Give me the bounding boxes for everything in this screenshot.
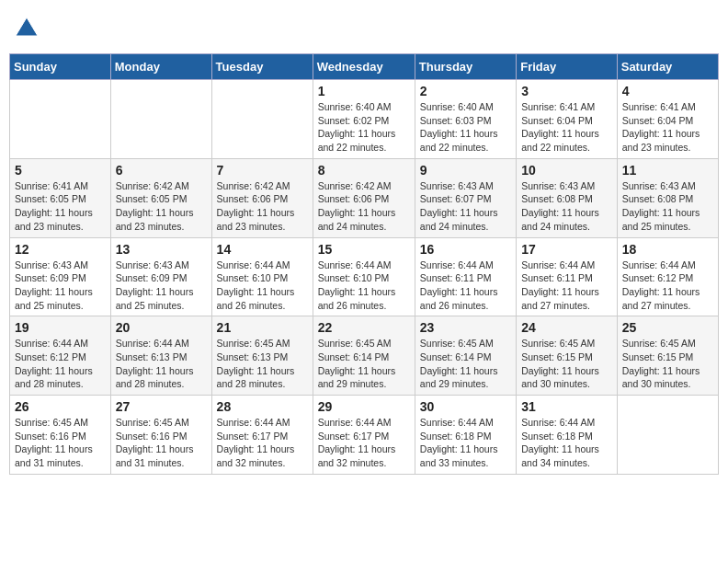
calendar-cell: 28Sunrise: 6:44 AM Sunset: 6:17 PM Dayli… — [211, 396, 313, 475]
calendar-cell: 30Sunrise: 6:44 AM Sunset: 6:18 PM Dayli… — [415, 396, 516, 475]
calendar-cell: 4Sunrise: 6:41 AM Sunset: 6:04 PM Daylig… — [617, 80, 718, 159]
calendar-cell: 20Sunrise: 6:44 AM Sunset: 6:13 PM Dayli… — [110, 316, 211, 396]
svg-marker-0 — [16, 17, 38, 36]
day-info: Sunrise: 6:44 AM Sunset: 6:13 PM Dayligh… — [116, 337, 207, 391]
day-header-saturday: Saturday — [617, 54, 718, 80]
day-info: Sunrise: 6:44 AM Sunset: 6:17 PM Dayligh… — [217, 416, 308, 470]
day-number: 21 — [217, 320, 308, 335]
day-number: 7 — [217, 163, 308, 178]
logo-icon — [14, 14, 40, 40]
calendar-cell: 8Sunrise: 6:42 AM Sunset: 6:06 PM Daylig… — [313, 158, 415, 237]
day-number: 26 — [15, 399, 106, 414]
day-number: 4 — [622, 84, 713, 98]
day-number: 15 — [318, 242, 410, 257]
day-number: 18 — [622, 242, 713, 257]
day-info: Sunrise: 6:45 AM Sunset: 6:14 PM Dayligh… — [318, 337, 410, 391]
day-info: Sunrise: 6:45 AM Sunset: 6:16 PM Dayligh… — [15, 416, 106, 470]
day-number: 14 — [217, 242, 308, 257]
day-number: 23 — [420, 320, 511, 335]
day-info: Sunrise: 6:40 AM Sunset: 6:03 PM Dayligh… — [420, 100, 511, 155]
day-info: Sunrise: 6:44 AM Sunset: 6:12 PM Dayligh… — [15, 337, 106, 391]
calendar-week-5: 26Sunrise: 6:45 AM Sunset: 6:16 PM Dayli… — [10, 396, 719, 475]
day-info: Sunrise: 6:42 AM Sunset: 6:05 PM Dayligh… — [116, 179, 207, 234]
day-info: Sunrise: 6:44 AM Sunset: 6:11 PM Dayligh… — [420, 259, 511, 313]
day-info: Sunrise: 6:43 AM Sunset: 6:08 PM Dayligh… — [622, 179, 713, 234]
day-info: Sunrise: 6:43 AM Sunset: 6:09 PM Dayligh… — [15, 259, 106, 313]
calendar-week-2: 5Sunrise: 6:41 AM Sunset: 6:05 PM Daylig… — [10, 158, 719, 237]
day-number: 3 — [521, 84, 612, 98]
calendar-cell: 15Sunrise: 6:44 AM Sunset: 6:10 PM Dayli… — [313, 237, 415, 316]
calendar-cell: 12Sunrise: 6:43 AM Sunset: 6:09 PM Dayli… — [10, 237, 111, 316]
day-number: 28 — [217, 399, 308, 414]
day-number: 12 — [15, 242, 106, 257]
calendar-cell: 22Sunrise: 6:45 AM Sunset: 6:14 PM Dayli… — [313, 316, 415, 396]
day-number: 16 — [420, 242, 511, 257]
day-number: 24 — [521, 320, 612, 335]
day-number: 2 — [420, 84, 511, 98]
calendar-week-1: 1Sunrise: 6:40 AM Sunset: 6:02 PM Daylig… — [10, 80, 719, 159]
calendar-cell: 18Sunrise: 6:44 AM Sunset: 6:12 PM Dayli… — [617, 237, 718, 316]
day-number: 9 — [420, 163, 511, 178]
day-info: Sunrise: 6:43 AM Sunset: 6:07 PM Dayligh… — [420, 179, 511, 234]
day-info: Sunrise: 6:44 AM Sunset: 6:10 PM Dayligh… — [217, 259, 308, 313]
day-info: Sunrise: 6:44 AM Sunset: 6:18 PM Dayligh… — [420, 416, 511, 470]
calendar-cell — [10, 80, 111, 159]
day-number: 19 — [15, 320, 106, 335]
logo — [14, 14, 42, 40]
day-info: Sunrise: 6:45 AM Sunset: 6:15 PM Dayligh… — [521, 337, 612, 391]
day-number: 20 — [116, 320, 207, 335]
calendar-cell: 10Sunrise: 6:43 AM Sunset: 6:08 PM Dayli… — [517, 158, 618, 237]
day-info: Sunrise: 6:43 AM Sunset: 6:09 PM Dayligh… — [116, 259, 207, 313]
day-header-monday: Monday — [110, 54, 211, 80]
calendar-cell — [617, 396, 718, 475]
day-info: Sunrise: 6:44 AM Sunset: 6:12 PM Dayligh… — [622, 259, 713, 313]
calendar-table: SundayMondayTuesdayWednesdayThursdayFrid… — [9, 53, 719, 475]
calendar-cell: 31Sunrise: 6:44 AM Sunset: 6:18 PM Dayli… — [517, 396, 618, 475]
calendar-cell: 13Sunrise: 6:43 AM Sunset: 6:09 PM Dayli… — [110, 237, 211, 316]
calendar-cell: 26Sunrise: 6:45 AM Sunset: 6:16 PM Dayli… — [10, 396, 111, 475]
day-info: Sunrise: 6:41 AM Sunset: 6:04 PM Dayligh… — [622, 100, 713, 155]
day-number: 5 — [15, 163, 106, 178]
day-info: Sunrise: 6:44 AM Sunset: 6:17 PM Dayligh… — [318, 416, 410, 470]
calendar-cell: 14Sunrise: 6:44 AM Sunset: 6:10 PM Dayli… — [211, 237, 313, 316]
calendar-cell: 24Sunrise: 6:45 AM Sunset: 6:15 PM Dayli… — [517, 316, 618, 396]
day-number: 29 — [318, 399, 410, 414]
day-info: Sunrise: 6:41 AM Sunset: 6:05 PM Dayligh… — [15, 179, 106, 234]
calendar-week-4: 19Sunrise: 6:44 AM Sunset: 6:12 PM Dayli… — [10, 316, 719, 396]
day-number: 10 — [521, 163, 612, 178]
calendar-header-row: SundayMondayTuesdayWednesdayThursdayFrid… — [10, 54, 719, 80]
day-header-thursday: Thursday — [415, 54, 516, 80]
day-number: 25 — [622, 320, 713, 335]
day-info: Sunrise: 6:42 AM Sunset: 6:06 PM Dayligh… — [318, 179, 410, 234]
day-info: Sunrise: 6:44 AM Sunset: 6:10 PM Dayligh… — [318, 259, 410, 313]
calendar-cell: 9Sunrise: 6:43 AM Sunset: 6:07 PM Daylig… — [415, 158, 516, 237]
day-info: Sunrise: 6:40 AM Sunset: 6:02 PM Dayligh… — [318, 100, 410, 155]
calendar-cell: 19Sunrise: 6:44 AM Sunset: 6:12 PM Dayli… — [10, 316, 111, 396]
day-header-wednesday: Wednesday — [313, 54, 415, 80]
calendar-cell: 16Sunrise: 6:44 AM Sunset: 6:11 PM Dayli… — [415, 237, 516, 316]
day-number: 17 — [521, 242, 612, 257]
day-number: 13 — [116, 242, 207, 257]
calendar-cell: 11Sunrise: 6:43 AM Sunset: 6:08 PM Dayli… — [617, 158, 718, 237]
calendar-cell: 27Sunrise: 6:45 AM Sunset: 6:16 PM Dayli… — [110, 396, 211, 475]
day-info: Sunrise: 6:44 AM Sunset: 6:11 PM Dayligh… — [521, 259, 612, 313]
day-number: 6 — [116, 163, 207, 178]
day-info: Sunrise: 6:45 AM Sunset: 6:15 PM Dayligh… — [622, 337, 713, 391]
day-info: Sunrise: 6:42 AM Sunset: 6:06 PM Dayligh… — [217, 179, 308, 234]
day-number: 8 — [318, 163, 410, 178]
day-number: 1 — [318, 84, 410, 98]
day-info: Sunrise: 6:45 AM Sunset: 6:14 PM Dayligh… — [420, 337, 511, 391]
day-number: 30 — [420, 399, 511, 414]
calendar-cell: 21Sunrise: 6:45 AM Sunset: 6:13 PM Dayli… — [211, 316, 313, 396]
calendar-cell: 25Sunrise: 6:45 AM Sunset: 6:15 PM Dayli… — [617, 316, 718, 396]
day-info: Sunrise: 6:44 AM Sunset: 6:18 PM Dayligh… — [521, 416, 612, 470]
day-header-sunday: Sunday — [10, 54, 111, 80]
calendar-cell — [110, 80, 211, 159]
calendar-cell: 23Sunrise: 6:45 AM Sunset: 6:14 PM Dayli… — [415, 316, 516, 396]
calendar-week-3: 12Sunrise: 6:43 AM Sunset: 6:09 PM Dayli… — [10, 237, 719, 316]
calendar-cell: 6Sunrise: 6:42 AM Sunset: 6:05 PM Daylig… — [110, 158, 211, 237]
day-info: Sunrise: 6:41 AM Sunset: 6:04 PM Dayligh… — [521, 100, 612, 155]
day-info: Sunrise: 6:45 AM Sunset: 6:16 PM Dayligh… — [116, 416, 207, 470]
calendar-cell: 7Sunrise: 6:42 AM Sunset: 6:06 PM Daylig… — [211, 158, 313, 237]
calendar-cell: 29Sunrise: 6:44 AM Sunset: 6:17 PM Dayli… — [313, 396, 415, 475]
